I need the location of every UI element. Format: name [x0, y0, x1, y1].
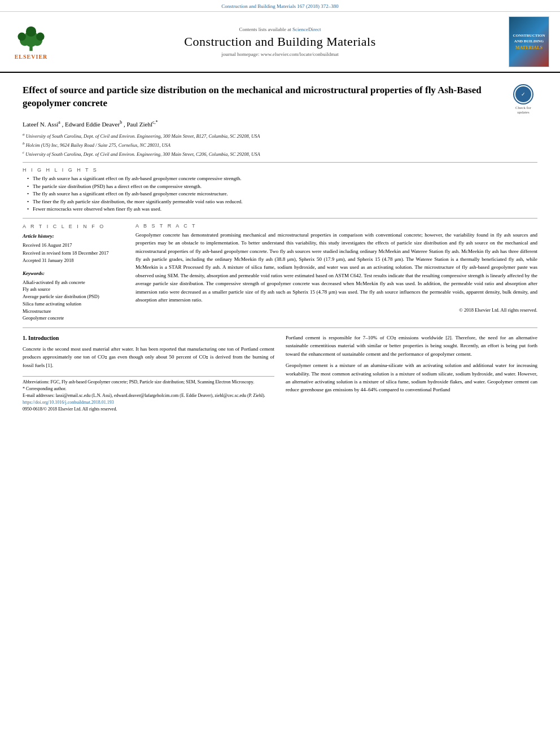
highlight-item-4: The finer the fly ash particle size dist…	[27, 198, 537, 206]
doi-line[interactable]: https://doi.org/10.1016/j.conbuildmat.20…	[23, 399, 274, 406]
abstract-text: Geopolymer concrete has demonstrated pro…	[135, 231, 537, 304]
body-right-col: Portland cement is responsible for 7–10%…	[286, 334, 537, 413]
abstract-column: A B S T R A C T Geopolymer concrete has …	[135, 223, 537, 322]
intro-title: Introduction	[28, 335, 59, 341]
email-note: E-mail addresses: lassi@email.sc.edu (L.…	[23, 392, 274, 399]
authors-line: Lateef N. Assia , Edward Eddie Deaverb ,…	[23, 119, 537, 129]
author3-name: , Paul Ziehl	[124, 121, 152, 128]
author2-sup: b	[120, 120, 122, 125]
highlights-section: H I G H L I G H T S The fly ash source h…	[23, 167, 537, 213]
article-title-section: Effect of source and particle size distr…	[23, 78, 537, 115]
journal-cover-image: Constructionand Building MATERIALS	[509, 16, 549, 67]
footnote-block: Abbreviations: FGC, Fly ash-based Geopol…	[23, 376, 274, 413]
divider-1	[23, 162, 537, 163]
abstract-section: A B S T R A C T Geopolymer concrete has …	[135, 223, 537, 313]
author1-name: Lateef N. Assi	[23, 121, 58, 128]
article-info-section: A R T I C L E I N F O Article history: R…	[23, 223, 124, 322]
cover-title-line1: Constructionand Building	[513, 33, 545, 43]
issn-line: 0950-0618/© 2018 Elsevier Ltd. All right…	[23, 406, 274, 413]
keywords-section: Keywords: Alkali-activated fly ash concr…	[23, 270, 124, 322]
author3-sup: c,*	[152, 120, 158, 125]
highlight-item-2: The particle size distribution (PSD) has…	[27, 183, 537, 191]
intro-heading: 1. Introduction	[23, 334, 274, 343]
highlight-item-5: Fewer microcracks were observed when fin…	[27, 206, 537, 213]
check-badge-icon: ✓	[515, 86, 531, 102]
contents-text: Contents lists available at	[239, 27, 291, 32]
cover-title-materials: MATERIALS	[515, 45, 542, 50]
check-badge-circle: ✓	[513, 84, 533, 104]
intro-para3: Geopolymer cement is a mixture of an alu…	[286, 361, 537, 394]
affiliation-b: b Holcim (US) Inc, 9624 Bailey Road / Su…	[23, 141, 537, 149]
keyword-3: Average particle size distribution (PSD)	[23, 293, 124, 300]
article-history-title: Article history:	[23, 233, 124, 241]
journal-cover-section: Constructionand Building MATERIALS	[504, 16, 554, 67]
highlights-label: H I G H L I G H T S	[23, 167, 537, 173]
journal-homepage: journal homepage: www.elsevier.com/locat…	[221, 51, 338, 57]
received-date: Received 16 August 2017	[23, 242, 124, 249]
keyword-2: Fly ash source	[23, 286, 124, 293]
check-badge-label: Check forupdates	[515, 106, 531, 115]
journal-reference: Construction and Building Materials 167 …	[0, 0, 560, 12]
author2-name: , Edward Eddie Deaver	[62, 121, 120, 128]
contents-line: Contents lists available at ScienceDirec…	[239, 27, 321, 32]
affiliation-a-text: University of South Carolina, Dept. of C…	[26, 133, 260, 139]
author1-sup: a	[58, 120, 60, 125]
check-for-updates-badge: ✓ Check forupdates	[509, 84, 537, 115]
article-info-label: A R T I C L E I N F O	[23, 223, 124, 231]
affiliation-c-text: University of South Carolina, Dept. of C…	[25, 151, 260, 156]
keyword-6: Geopolymer concrete	[23, 314, 124, 322]
revised-date: Received in revised form 18 December 201…	[23, 250, 124, 257]
elsevier-logo: ELSEVIER	[14, 24, 48, 60]
svg-point-4	[18, 32, 26, 41]
journal-header-center: Contents lists available at ScienceDirec…	[62, 16, 498, 67]
elsevier-tree-icon	[14, 24, 48, 53]
intro-para2: Portland cement is responsible for 7–10%…	[286, 334, 537, 358]
divider-2	[23, 218, 537, 219]
keywords-title: Keywords:	[23, 270, 124, 278]
keyword-1: Alkali-activated fly ash concrete	[23, 279, 124, 286]
article-info-abstract-section: A R T I C L E I N F O Article history: R…	[23, 223, 537, 322]
article-info-column: A R T I C L E I N F O Article history: R…	[23, 223, 124, 322]
affiliation-c: c University of South Carolina, Dept. of…	[23, 150, 537, 158]
intro-number: 1.	[23, 335, 27, 341]
highlight-item-3: The fly ash source has a significant eff…	[27, 190, 537, 198]
highlight-item-1: The fly ash source has a significant eff…	[27, 175, 537, 183]
divider-3	[23, 327, 537, 328]
affiliation-a: a University of South Carolina, Dept. of…	[23, 132, 537, 140]
abbreviations-note: Abbreviations: FGC, Fly ash-based Geopol…	[23, 379, 274, 386]
corresponding-note: * Corresponding author.	[23, 386, 274, 392]
body-two-col: 1. Introduction Concrete is the second m…	[23, 334, 537, 413]
svg-point-6	[26, 26, 36, 36]
article-title: Effect of source and particle size distr…	[23, 84, 501, 110]
keyword-5: Microstructure	[23, 308, 124, 315]
body-left-col: 1. Introduction Concrete is the second m…	[23, 334, 274, 413]
intro-para1: Concrete is the second most used materia…	[23, 345, 274, 369]
article-main: Effect of source and particle size distr…	[0, 73, 560, 418]
elsevier-text: ELSEVIER	[15, 54, 48, 60]
accepted-date: Accepted 31 January 2018	[23, 257, 124, 264]
keyword-4: Silica fume activating solution	[23, 300, 124, 308]
elsevier-logo-section: ELSEVIER	[6, 16, 56, 67]
sciencedirect-link[interactable]: ScienceDirect	[292, 27, 321, 32]
affiliation-b-text: Holcim (US) Inc, 9624 Bailey Road / Suit…	[26, 142, 170, 148]
abstract-label: A B S T R A C T	[135, 223, 537, 229]
highlights-list: The fly ash source has a significant eff…	[23, 175, 537, 213]
copyright-line: © 2018 Elsevier Ltd. All rights reserved…	[135, 307, 537, 313]
journal-ref-text: Construction and Building Materials 167 …	[221, 3, 338, 9]
journal-title: Construction and Building Materials	[184, 34, 376, 49]
svg-point-5	[36, 32, 45, 41]
journal-header: ELSEVIER Contents lists available at Sci…	[0, 12, 560, 73]
